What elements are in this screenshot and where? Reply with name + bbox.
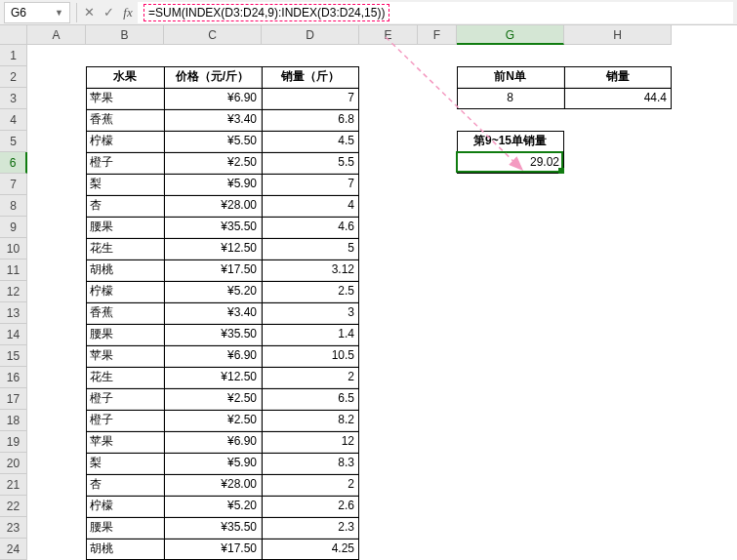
cell-fruit[interactable]: 花生 <box>86 367 164 388</box>
cell-fruit[interactable]: 橙子 <box>86 152 164 174</box>
cell-sales[interactable]: 2.6 <box>262 496 359 517</box>
row-header[interactable]: 2 <box>0 66 27 88</box>
column-header[interactable]: H <box>564 25 672 45</box>
row-header[interactable]: 7 <box>0 174 27 195</box>
cell-fruit[interactable]: 腰果 <box>86 217 164 238</box>
cell-price[interactable]: ¥35.50 <box>164 217 262 238</box>
cell-sales[interactable]: 4 <box>262 195 359 217</box>
column-header[interactable]: A <box>27 25 86 45</box>
header-side-sales[interactable]: 销量 <box>564 66 672 88</box>
cell-price[interactable]: ¥5.90 <box>164 453 262 474</box>
cell-sales[interactable]: 6.5 <box>262 388 359 410</box>
row-header[interactable]: 23 <box>0 517 27 539</box>
cell-price[interactable]: ¥3.40 <box>164 109 262 131</box>
row-header[interactable]: 18 <box>0 410 27 431</box>
cell-fruit[interactable]: 香蕉 <box>86 109 164 131</box>
cell-price[interactable]: ¥5.50 <box>164 131 262 152</box>
cell-price[interactable]: ¥5.20 <box>164 496 262 517</box>
formula-input[interactable]: =SUM(INDEX(D3:D24,9):INDEX(D3:D24,15)) <box>138 2 733 23</box>
cell-fruit[interactable]: 柠檬 <box>86 496 164 517</box>
row-header[interactable]: 3 <box>0 88 27 109</box>
row-header[interactable]: 1 <box>0 45 27 66</box>
cell-sales[interactable]: 12 <box>262 431 359 453</box>
cell-sales[interactable]: 5.5 <box>262 152 359 174</box>
name-box[interactable]: G6 ▼ <box>4 2 70 23</box>
cell-price[interactable]: ¥12.50 <box>164 367 262 388</box>
cell-side-sales-value[interactable]: 44.4 <box>564 88 672 109</box>
cell-fruit[interactable]: 苹果 <box>86 431 164 453</box>
cell-price[interactable]: ¥35.50 <box>164 324 262 345</box>
row-header[interactable]: 13 <box>0 302 27 324</box>
row-header[interactable]: 10 <box>0 238 27 260</box>
cell-price[interactable]: ¥6.90 <box>164 431 262 453</box>
row-header[interactable]: 8 <box>0 195 27 217</box>
row-header[interactable]: 12 <box>0 281 27 302</box>
chevron-down-icon[interactable]: ▼ <box>55 8 63 18</box>
column-header[interactable]: E <box>359 25 418 45</box>
header-price[interactable]: 价格（元/斤） <box>164 66 262 88</box>
cell-sales[interactable]: 4.6 <box>262 217 359 238</box>
cell-fruit[interactable]: 柠檬 <box>86 131 164 152</box>
cell-price[interactable]: ¥28.00 <box>164 474 262 496</box>
cell-fruit[interactable]: 梨 <box>86 453 164 474</box>
cell-sales[interactable]: 7 <box>262 88 359 109</box>
row-header[interactable]: 17 <box>0 388 27 410</box>
row-header[interactable]: 24 <box>0 539 27 560</box>
cell-sales[interactable]: 2 <box>262 367 359 388</box>
row-header[interactable]: 21 <box>0 474 27 496</box>
row-header[interactable]: 15 <box>0 345 27 367</box>
row-header[interactable]: 20 <box>0 453 27 474</box>
column-header[interactable]: C <box>164 25 262 45</box>
cell-fruit[interactable]: 花生 <box>86 238 164 260</box>
row-header[interactable]: 22 <box>0 496 27 517</box>
cell-price[interactable]: ¥6.90 <box>164 345 262 367</box>
cell-price[interactable]: ¥2.50 <box>164 388 262 410</box>
cell-topn-value[interactable]: 8 <box>457 88 564 109</box>
cell-price[interactable]: ¥3.40 <box>164 302 262 324</box>
cell-fruit[interactable]: 柠檬 <box>86 281 164 302</box>
cell-sales[interactable]: 4.5 <box>262 131 359 152</box>
row-header[interactable]: 4 <box>0 109 27 131</box>
select-all-corner[interactable] <box>0 25 27 45</box>
cell-price[interactable]: ¥6.90 <box>164 88 262 109</box>
cell-price[interactable]: ¥28.00 <box>164 195 262 217</box>
column-header[interactable]: B <box>86 25 164 45</box>
header-topn[interactable]: 前N单 <box>457 66 564 88</box>
cell-price[interactable]: ¥12.50 <box>164 238 262 260</box>
column-header[interactable]: D <box>262 25 359 45</box>
cell-price[interactable]: ¥5.90 <box>164 174 262 195</box>
cell-fruit[interactable]: 香蕉 <box>86 302 164 324</box>
cell-price[interactable]: ¥17.50 <box>164 539 262 560</box>
cell-sales[interactable]: 1.4 <box>262 324 359 345</box>
row-header[interactable]: 5 <box>0 131 27 152</box>
cell-range-value[interactable]: 29.02 <box>457 152 564 174</box>
cell-fruit[interactable]: 苹果 <box>86 345 164 367</box>
cell-sales[interactable]: 4.25 <box>262 539 359 560</box>
row-header[interactable]: 9 <box>0 217 27 238</box>
row-header[interactable]: 14 <box>0 324 27 345</box>
header-range[interactable]: 第9~15单销量 <box>457 131 564 152</box>
header-fruit[interactable]: 水果 <box>86 66 164 88</box>
cell-sales[interactable]: 8.2 <box>262 410 359 431</box>
confirm-formula-button[interactable]: ✓ <box>99 3 118 22</box>
cell-price[interactable]: ¥2.50 <box>164 410 262 431</box>
cell-fruit[interactable]: 杏 <box>86 474 164 496</box>
cell-fruit[interactable]: 腰果 <box>86 324 164 345</box>
cell-sales[interactable]: 3 <box>262 302 359 324</box>
cell-price[interactable]: ¥2.50 <box>164 152 262 174</box>
cell-sales[interactable]: 3.12 <box>262 260 359 281</box>
cell-fruit[interactable]: 胡桃 <box>86 539 164 560</box>
row-header[interactable]: 19 <box>0 431 27 453</box>
cell-sales[interactable]: 2.3 <box>262 517 359 539</box>
cell-sales[interactable]: 2 <box>262 474 359 496</box>
cell-fruit[interactable]: 杏 <box>86 195 164 217</box>
column-header[interactable]: F <box>418 25 457 45</box>
row-header[interactable]: 16 <box>0 367 27 388</box>
cell-sales[interactable]: 5 <box>262 238 359 260</box>
cell-fruit[interactable]: 梨 <box>86 174 164 195</box>
cell-sales[interactable]: 8.3 <box>262 453 359 474</box>
row-header[interactable]: 11 <box>0 260 27 281</box>
cell-fruit[interactable]: 苹果 <box>86 88 164 109</box>
fx-button[interactable]: fx <box>118 3 138 22</box>
cancel-formula-button[interactable]: ✕ <box>79 3 99 22</box>
